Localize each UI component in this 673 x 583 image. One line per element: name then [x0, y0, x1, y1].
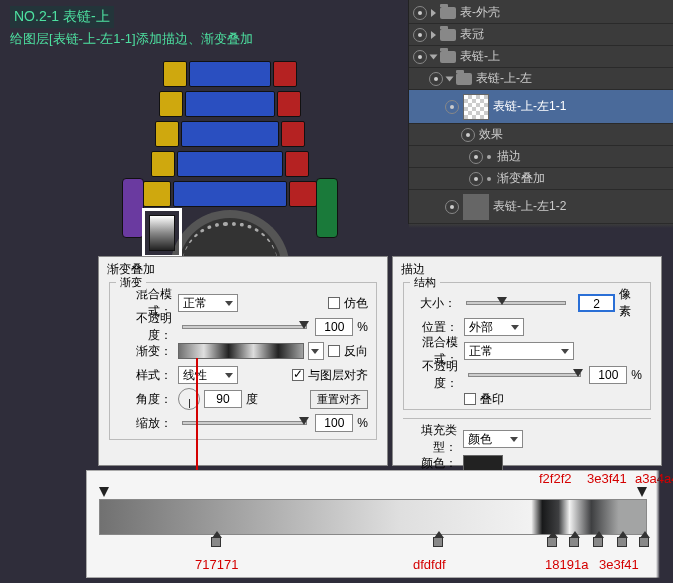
align-checkbox[interactable]	[292, 369, 304, 381]
layer-row[interactable]: 表链-上	[409, 46, 673, 68]
pct-label: %	[631, 368, 642, 382]
color-stop[interactable]	[617, 537, 627, 547]
color-stop[interactable]	[211, 537, 221, 547]
opacity-input[interactable]: 100	[315, 318, 353, 336]
layer-row[interactable]: 表链-上-左1-2	[409, 190, 673, 224]
layer-fx-row[interactable]: 效果	[409, 124, 673, 146]
opacity-slider[interactable]	[468, 373, 581, 377]
stop-value: f2f2f2	[539, 471, 572, 486]
layer-label: 表-外壳	[460, 4, 500, 21]
position-label: 位置：	[412, 319, 460, 336]
visibility-icon[interactable]	[445, 100, 459, 114]
fill-type-select[interactable]: 颜色	[463, 430, 523, 448]
layer-label: 描边	[497, 148, 521, 165]
folder-icon	[440, 7, 456, 19]
expand-icon[interactable]	[430, 54, 438, 59]
position-select[interactable]: 外部	[464, 318, 524, 336]
color-stop[interactable]	[593, 537, 603, 547]
layer-fx-row[interactable]: 渐变叠加	[409, 168, 673, 190]
watch-link-illustration	[130, 60, 330, 245]
opacity-stop[interactable]	[637, 487, 647, 497]
reverse-label: 反向	[344, 343, 368, 360]
layer-fx-row[interactable]: 描边	[409, 146, 673, 168]
pct-label: %	[357, 320, 368, 334]
angle-input[interactable]: 90	[204, 390, 242, 408]
size-input[interactable]: 2	[578, 294, 615, 312]
layer-row[interactable]: 表冠	[409, 24, 673, 46]
visibility-icon[interactable]	[445, 200, 459, 214]
opacity-label: 不透明度：	[412, 358, 460, 392]
pct-label: %	[357, 416, 368, 430]
annotation-title: NO.2-1 表链-上	[10, 6, 114, 28]
reverse-checkbox[interactable]	[328, 345, 340, 357]
expand-icon[interactable]	[431, 31, 436, 39]
expand-icon[interactable]	[446, 76, 454, 81]
expand-icon[interactable]	[431, 9, 436, 17]
style-label: 样式：	[118, 367, 174, 384]
opacity-stop[interactable]	[99, 487, 109, 497]
overprint-checkbox[interactable]	[464, 393, 476, 405]
gradient-bar[interactable]	[99, 499, 647, 535]
style-select[interactable]: 线性	[178, 366, 238, 384]
folder-icon	[440, 51, 456, 63]
group-legend: 结构	[410, 275, 440, 290]
layer-row-selected[interactable]: 表链-上-左1-1	[409, 90, 673, 124]
dither-checkbox[interactable]	[328, 297, 340, 309]
layer-row[interactable]: 表链-上-左	[409, 68, 673, 90]
visibility-icon[interactable]	[413, 50, 427, 64]
visibility-icon[interactable]	[469, 150, 483, 164]
overprint-label: 叠印	[480, 391, 504, 408]
blend-mode-select[interactable]: 正常	[464, 342, 574, 360]
scale-slider[interactable]	[182, 421, 307, 425]
gradient-overlay-panel: 渐变叠加 渐变 混合模式： 正常 仿色 不透明度： 100 % 渐变： 反向 样…	[98, 256, 388, 466]
color-stop[interactable]	[639, 537, 649, 547]
stop-value: 717171	[195, 557, 238, 572]
layer-label: 表冠	[460, 26, 484, 43]
visibility-icon[interactable]	[413, 28, 427, 42]
bullet-icon	[487, 177, 491, 181]
gradient-swatch[interactable]	[178, 343, 304, 359]
layers-panel: 表-外壳 表冠 表链-上 表链-上-左 表链-上-左1-1 效果 描边 渐变叠加	[408, 0, 673, 224]
stop-value: 18191a	[545, 557, 588, 572]
color-swatch[interactable]	[463, 455, 503, 471]
blend-mode-select[interactable]: 正常	[178, 294, 238, 312]
bullet-icon	[487, 155, 491, 159]
stop-value: dfdfdf	[413, 557, 446, 572]
visibility-icon[interactable]	[429, 72, 443, 86]
layer-label: 效果	[479, 126, 503, 143]
fill-type-label: 填充类型：	[411, 422, 459, 456]
scale-label: 缩放：	[118, 415, 174, 432]
layer-thumb-icon	[463, 194, 489, 220]
color-stop[interactable]	[433, 537, 443, 547]
group-legend: 渐变	[116, 275, 146, 290]
reset-align-button[interactable]: 重置对齐	[310, 390, 368, 409]
arrow-icon	[196, 358, 198, 488]
visibility-icon[interactable]	[461, 128, 475, 142]
size-slider[interactable]	[466, 301, 566, 305]
visibility-icon[interactable]	[413, 6, 427, 20]
align-label: 与图层对齐	[308, 367, 368, 384]
stop-value: a3a4a4	[635, 471, 673, 486]
visibility-icon[interactable]	[469, 172, 483, 186]
color-stop[interactable]	[569, 537, 579, 547]
color-label: 颜色：	[411, 455, 459, 472]
folder-icon	[440, 29, 456, 41]
stroke-panel: 描边 结构 大小： 2 像素 位置： 外部 混合模式： 正常 不透明度： 100…	[392, 256, 662, 466]
stop-value: 3e3f41	[599, 557, 639, 572]
folder-icon	[456, 73, 472, 85]
scale-input[interactable]: 100	[315, 414, 353, 432]
layer-row[interactable]: 表-外壳	[409, 2, 673, 24]
angle-unit: 度	[246, 391, 258, 408]
opacity-input[interactable]: 100	[589, 366, 627, 384]
gradient-dropdown[interactable]	[308, 342, 324, 360]
layer-label: 渐变叠加	[497, 170, 545, 187]
gradient-label: 渐变：	[118, 343, 174, 360]
opacity-label: 不透明度：	[118, 310, 174, 344]
layer-thumb-icon	[463, 94, 489, 120]
annotation-subtitle: 给图层[表链-上-左1-1]添加描边、渐变叠加	[10, 30, 253, 48]
highlighted-link-icon	[142, 208, 182, 258]
stop-value: 3e3f41	[587, 471, 627, 486]
layer-label: 表链-上-左1-1	[493, 98, 566, 115]
opacity-slider[interactable]	[182, 325, 307, 329]
color-stop[interactable]	[547, 537, 557, 547]
